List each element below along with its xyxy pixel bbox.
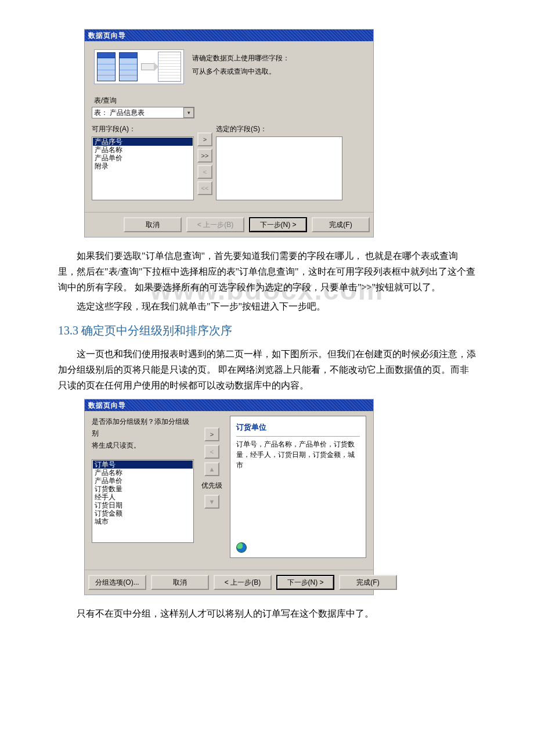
dialog-wizard-grouping: 数据页向导 是否添加分组级别？添加分组级别 将生成只读页。 订单号 产品名称 [84, 399, 476, 595]
body-paragraph: 只有不在页中分组，这样别人才可以将别人的订单写在这个数据库中了。 [58, 606, 476, 621]
move-right-button[interactable]: > [197, 132, 212, 146]
prev-button[interactable]: < 上一步(B) [186, 217, 244, 232]
grouping-prompt-2: 将生成只读页。 [92, 440, 190, 451]
chevron-down-icon[interactable]: ▾ [183, 107, 194, 118]
add-group-button[interactable]: > [204, 427, 219, 441]
priority-label: 优先级 [201, 480, 222, 491]
next-button[interactable]: 下一步(N) > [276, 575, 334, 590]
globe-icon [236, 542, 247, 553]
list-item[interactable]: 订货数量 [93, 485, 193, 493]
dialog-wizard-fields: 数据页向导 请确定数据页上使用哪些字段： 可从多个表或查询中选取。 [84, 29, 476, 237]
move-left-button[interactable]: < [197, 165, 212, 179]
list-item[interactable]: 产品单价 [93, 477, 193, 485]
available-fields-label: 可用字段(A)： [92, 123, 194, 135]
list-item[interactable]: 经手人 [93, 493, 193, 501]
arrow-right-icon [141, 63, 155, 70]
dialog2-title: 数据页向导 [85, 399, 373, 411]
list-item[interactable]: 附录 [93, 162, 193, 170]
cancel-button[interactable]: 取消 [151, 575, 209, 590]
table-query-dropdown[interactable]: 表： 产品信息表 ▾ [92, 107, 194, 118]
table-icon [119, 52, 138, 81]
body-paragraph: 选定这些字段，现在我们就单击"下一步"按钮进入下一步吧。 [58, 298, 476, 314]
remove-group-button[interactable]: < [204, 445, 219, 459]
list-item[interactable]: 城市 [93, 517, 193, 525]
list-item[interactable]: 产品名称 [93, 146, 193, 154]
finish-button[interactable]: 完成(F) [312, 217, 370, 232]
list-item[interactable]: 产品单价 [93, 154, 193, 162]
cancel-button[interactable]: 取消 [124, 217, 182, 232]
list-item[interactable]: 订货日期 [93, 501, 193, 509]
priority-up-button[interactable]: ▲ [204, 462, 219, 476]
group-options-button[interactable]: 分组选项(O)... [88, 575, 146, 590]
list-item[interactable]: 订单号 [93, 460, 193, 469]
body-paragraph: 如果我们要选取"订单信息查询"，首先要知道我们需要的字段在哪儿， 也就是在哪个表… [58, 248, 476, 296]
table-query-value: 表： 产品信息表 [94, 107, 145, 118]
grouping-preview: 订货单位 订单号，产品名称，产品单价，订货数量，经手人，订货日期，订货金额，城市 [230, 416, 366, 558]
prev-button[interactable]: < 上一步(B) [214, 575, 272, 590]
move-all-right-button[interactable]: >> [197, 149, 212, 163]
grouping-prompt-1: 是否添加分组级别？添加分组级别 [92, 416, 190, 440]
wizard-prompt-1: 请确定数据页上使用哪些字段： [192, 52, 364, 64]
next-button[interactable]: 下一步(N) > [249, 217, 307, 232]
dialog1-title: 数据页向导 [85, 30, 373, 41]
preview-title: 订货单位 [236, 421, 360, 437]
grouping-fields-list[interactable]: 订单号 产品名称 产品单价 订货数量 经手人 订货日期 订货金额 城市 [92, 459, 194, 543]
list-item[interactable]: 订货金额 [93, 509, 193, 517]
move-all-left-button[interactable]: << [197, 181, 212, 195]
available-fields-list[interactable]: 产品序号 产品名称 产品单价 附录 [92, 136, 194, 200]
wizard-banner-graphic [94, 49, 184, 84]
body-paragraph: 这一页也和我们使用报表时遇到的第二页一样，如下图所示。但我们在创建页的时候必须注… [58, 346, 476, 394]
table-icon [97, 52, 116, 81]
priority-down-button[interactable]: ▼ [204, 495, 219, 509]
wizard-prompt-2: 可从多个表或查询中选取。 [192, 66, 364, 77]
section-heading: 13.3 确定页中分组级别和排序次序 [58, 321, 476, 340]
list-item[interactable]: 产品序号 [93, 138, 193, 146]
table-query-label: 表/查询 [94, 95, 366, 106]
finish-button[interactable]: 完成(F) [339, 575, 397, 590]
preview-body: 订单号，产品名称，产品单价，订货数量，经手人，订货日期，订货金额，城市 [236, 439, 360, 470]
page-icon [158, 52, 181, 82]
selected-fields-label: 选定的字段(S)： [216, 123, 342, 135]
selected-fields-list[interactable] [216, 136, 342, 200]
list-item[interactable]: 产品名称 [93, 469, 193, 477]
